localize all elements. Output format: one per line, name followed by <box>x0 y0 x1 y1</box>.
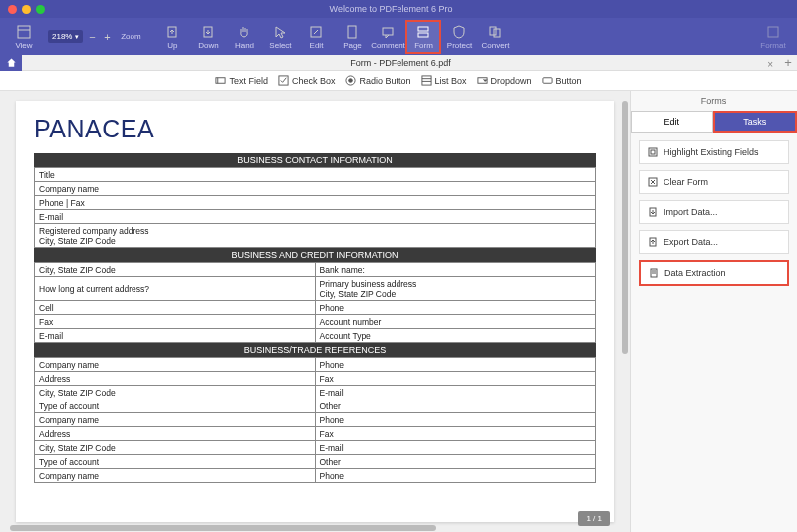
table-cell[interactable]: Other <box>315 399 596 413</box>
table-cell[interactable]: E-mail <box>35 329 316 343</box>
table-cell[interactable]: Other <box>315 455 596 469</box>
svg-rect-0 <box>18 26 30 38</box>
table-cell[interactable]: Bank name: <box>315 263 596 277</box>
zoom-value-dropdown[interactable]: 218% <box>48 30 83 43</box>
minimize-window-button[interactable] <box>22 5 31 14</box>
list-box-tool[interactable]: List Box <box>421 75 467 86</box>
table-cell[interactable]: Company name <box>35 358 316 372</box>
view-button[interactable]: View <box>6 20 42 54</box>
table-row: CellPhone <box>35 301 596 315</box>
table-cell[interactable]: Account number <box>315 315 596 329</box>
table-cell[interactable]: Address <box>35 427 316 441</box>
import-data-button[interactable]: Import Data... <box>639 200 789 224</box>
svg-rect-6 <box>383 28 393 35</box>
table-row: Company name <box>35 182 596 196</box>
table-cell[interactable]: Phone <box>315 301 596 315</box>
comment-button[interactable]: Comment <box>370 20 405 54</box>
down-button[interactable]: Down <box>190 20 226 54</box>
dropdown-tool[interactable]: Dropdown <box>477 75 532 86</box>
table-cell[interactable]: Phone <box>315 358 596 372</box>
table-cell[interactable]: Type of account <box>35 399 316 413</box>
check-box-tool[interactable]: Check Box <box>278 75 336 86</box>
maximize-window-button[interactable] <box>36 5 45 14</box>
form-table: Company namePhoneAddressFaxCity, State Z… <box>34 357 596 483</box>
svg-rect-23 <box>651 150 655 154</box>
table-cell[interactable]: E-mail <box>315 441 596 455</box>
svg-rect-7 <box>418 27 428 31</box>
section-header: BUSINESS/TRADE REFERENCES <box>34 343 596 357</box>
new-tab-button[interactable]: + <box>779 55 797 70</box>
table-cell[interactable]: How long at current address? <box>35 277 316 301</box>
section-header: BUSINESS CONTACT INFORMATION <box>34 153 596 167</box>
table-cell[interactable]: Phone <box>315 413 596 427</box>
table-row: Company namePhone <box>35 413 596 427</box>
table-cell[interactable]: Cell <box>35 301 316 315</box>
table-cell[interactable]: Registered company address City, State Z… <box>35 224 596 248</box>
table-row: City, State ZIP CodeE-mail <box>35 441 596 455</box>
table-cell[interactable]: E-mail <box>315 386 596 399</box>
convert-button[interactable]: Convert <box>477 20 513 54</box>
horizontal-scrollbar[interactable] <box>10 525 620 531</box>
window-titlebar: Welcome to PDFelement 6 Pro <box>0 0 797 18</box>
edit-button[interactable]: Edit <box>298 20 334 54</box>
protect-button[interactable]: Protect <box>441 20 477 54</box>
pdf-page: PANACEA BUSINESS CONTACT INFORMATIONTitl… <box>16 101 614 522</box>
zoom-control: 218% − + <box>48 30 113 43</box>
table-cell[interactable]: Company name <box>35 413 316 427</box>
table-row: Company namePhone <box>35 358 596 372</box>
table-cell[interactable]: Address <box>35 372 316 386</box>
button-tool[interactable]: Button <box>542 75 582 86</box>
table-row: E-mail <box>35 210 596 224</box>
table-cell[interactable]: Fax <box>315 427 596 441</box>
table-cell[interactable]: City, State ZIP Code <box>35 263 316 277</box>
form-button[interactable]: Form <box>405 20 441 54</box>
table-row: Type of accountOther <box>35 455 596 469</box>
table-row: Title <box>35 168 596 182</box>
close-window-button[interactable] <box>8 5 17 14</box>
side-panel-header: Forms <box>631 91 797 111</box>
table-cell[interactable]: Account Type <box>315 329 596 343</box>
table-cell[interactable]: Fax <box>315 372 596 386</box>
document-heading: PANACEA <box>34 115 596 143</box>
highlight-fields-button[interactable]: Highlight Existing Fields <box>639 140 789 164</box>
zoom-out-button[interactable]: − <box>86 31 98 43</box>
table-cell[interactable]: Type of account <box>35 455 316 469</box>
table-cell[interactable]: Company name <box>35 182 596 196</box>
tab-close-button[interactable]: × <box>767 59 773 70</box>
table-row: City, State ZIP CodeBank name: <box>35 263 596 277</box>
table-cell[interactable]: City, State ZIP Code <box>35 386 316 399</box>
table-cell[interactable]: Phone | Fax <box>35 196 596 210</box>
zoom-in-button[interactable]: + <box>101 31 113 43</box>
table-cell[interactable]: Company name <box>35 469 316 483</box>
window-title: Welcome to PDFelement 6 Pro <box>45 4 737 14</box>
document-viewport[interactable]: PANACEA BUSINESS CONTACT INFORMATIONTitl… <box>0 91 630 532</box>
main-toolbar: View 218% − + Zoom Up Down Hand Select E… <box>0 18 797 55</box>
table-cell[interactable]: Title <box>35 168 596 182</box>
svg-rect-22 <box>649 148 657 156</box>
side-panel: Forms Edit Tasks Highlight Existing Fiel… <box>630 91 797 532</box>
side-tab-tasks[interactable]: Tasks <box>713 111 798 133</box>
table-row: Registered company address City, State Z… <box>35 224 596 248</box>
export-data-button[interactable]: Export Data... <box>639 230 789 254</box>
document-tab[interactable]: Form - PDFelement 6.pdf× <box>22 58 779 68</box>
text-field-tool[interactable]: Text Field <box>215 75 268 86</box>
select-button[interactable]: Select <box>262 20 298 54</box>
svg-rect-5 <box>348 26 356 38</box>
clear-form-button[interactable]: Clear Form <box>639 170 789 194</box>
hand-button[interactable]: Hand <box>226 20 262 54</box>
table-cell[interactable]: Fax <box>35 315 316 329</box>
data-extraction-button[interactable]: Data Extraction <box>639 260 789 286</box>
format-button[interactable]: Format <box>755 20 791 54</box>
table-cell[interactable]: Phone <box>315 469 596 483</box>
home-button[interactable] <box>0 55 22 71</box>
up-button[interactable]: Up <box>154 20 190 54</box>
table-cell[interactable]: E-mail <box>35 210 596 224</box>
side-tab-edit[interactable]: Edit <box>631 111 713 133</box>
vertical-scrollbar[interactable] <box>622 101 628 522</box>
radio-button-tool[interactable]: Radio Button <box>345 75 410 86</box>
svg-point-16 <box>349 79 353 83</box>
page-button[interactable]: Page <box>334 20 370 54</box>
table-cell[interactable]: Primary business address City, State ZIP… <box>315 277 596 301</box>
table-row: Company namePhone <box>35 469 596 483</box>
table-cell[interactable]: City, State ZIP Code <box>35 441 316 455</box>
